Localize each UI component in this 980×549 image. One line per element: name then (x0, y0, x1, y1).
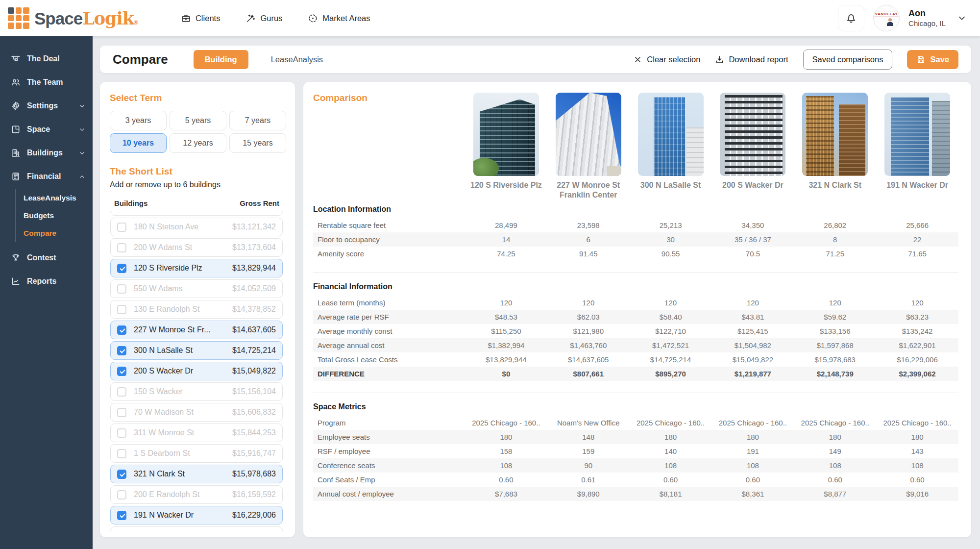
row-value: $62.03 (547, 313, 630, 321)
checkbox[interactable] (117, 387, 126, 397)
chevron-down-icon (78, 102, 86, 110)
row-label: Average monthly const (313, 327, 465, 335)
avatar[interactable]: VANDELAY (873, 5, 900, 31)
chevron-down-icon (78, 126, 86, 133)
row-value: $8,181 (630, 490, 712, 498)
row-value: $58.40 (630, 313, 712, 321)
row-value: $1,382,994 (465, 341, 547, 349)
row-value: $9,890 (547, 490, 630, 498)
row-value: 26,802 (794, 221, 876, 229)
checkbox[interactable] (117, 305, 126, 314)
checkbox-checked[interactable] (117, 511, 126, 520)
tab-leaseanalysis[interactable]: LeaseAnalysis (271, 55, 323, 64)
clear-selection-button[interactable]: Clear selection (633, 55, 700, 64)
checkbox-checked[interactable] (117, 346, 126, 355)
list-item[interactable]: 300 S Riverside Plz$16,445,056 (110, 526, 283, 531)
checkbox-checked[interactable] (117, 367, 126, 376)
sidebar-item-reports[interactable]: Reports (0, 270, 93, 293)
list-item[interactable]: 227 W Monroe St Fr...$14,637,605 (110, 321, 283, 339)
row-value: 0.60 (876, 475, 958, 484)
checkbox[interactable] (117, 531, 126, 532)
term-button-12-years[interactable]: 12 years (170, 133, 226, 153)
row-value: 25,213 (630, 221, 712, 229)
sidebar-subitem-compare[interactable]: Compare (16, 225, 93, 242)
checkbox[interactable] (117, 243, 126, 252)
sidebar-item-settings[interactable]: Settings (0, 94, 93, 118)
term-button-7-years[interactable]: 7 years (229, 111, 286, 130)
sidebar-item-space[interactable]: Space (0, 118, 93, 141)
row-value: 120 (465, 299, 547, 307)
row-value: 191 (711, 447, 794, 455)
shortlist-subtitle: Add or remove up to 6 buildings (110, 180, 286, 189)
sidebar-item-the-deal[interactable]: The Deal (0, 47, 93, 71)
term-button-3-years[interactable]: 3 years (110, 111, 167, 130)
row-value: 70.5 (711, 250, 794, 258)
checkbox-checked[interactable] (117, 470, 126, 479)
checkbox[interactable] (117, 490, 126, 499)
sidebar-subitem-leaseanalysis[interactable]: LeaseAnalysis (16, 189, 93, 207)
buildings-list[interactable]: 180 N Stetson Ave$13,121,342200 W Adams … (110, 211, 286, 531)
sidebar-item-buildings[interactable]: Buildings (0, 141, 93, 165)
bell-icon (845, 12, 858, 25)
list-item[interactable]: 191 N Wacker Dr$16,229,006 (110, 506, 283, 524)
building-photo-name: 227 W Monroe St Franklin Center (552, 180, 625, 200)
sidebar-item-financial[interactable]: Financial (0, 165, 93, 188)
list-item[interactable]: 120 S Riverside Plz$13,829,944 (110, 259, 283, 277)
row-value: $1,622,901 (876, 341, 958, 349)
column-buildings: Buildings (114, 199, 147, 207)
list-item[interactable]: 200 E Randolph St$16,159,592 (110, 485, 283, 504)
checkbox[interactable] (117, 223, 126, 232)
list-item[interactable]: 180 N Stetson Ave$13,121,342 (110, 218, 283, 236)
building-gross-rent: $15,156,104 (232, 387, 276, 396)
list-item[interactable]: 1 S Dearborn St$15,916,747 (110, 444, 283, 463)
nav-item-clients[interactable]: Clients (181, 13, 220, 24)
sidebar-item-contest[interactable]: Contest (0, 246, 93, 270)
building-name: 191 N Wacker Dr (134, 511, 194, 520)
row-value: 158 (465, 447, 547, 455)
building-name: 311 W Monroe St (134, 428, 194, 437)
list-item[interactable]: 200 W Adams St$13,173,604 (110, 238, 283, 257)
list-item[interactable]: 150 S Wacker$15,156,104 (110, 382, 283, 401)
sidebar-subitem-budgets[interactable]: Budgets (16, 207, 93, 225)
user-menu[interactable]: Aon Chicago, IL (908, 8, 946, 28)
tab-building[interactable]: Building (194, 50, 248, 69)
nav-item-market-areas[interactable]: Market Areas (308, 13, 370, 24)
list-item[interactable]: 311 W Monroe St$15,844,253 (110, 424, 283, 442)
term-button-5-years[interactable]: 5 years (170, 111, 226, 130)
saved-comparisons-button[interactable]: Saved comparisons (803, 50, 893, 70)
checkbox[interactable] (117, 284, 126, 294)
term-button-15-years[interactable]: 15 years (229, 133, 286, 153)
building-gross-rent: $14,052,509 (232, 284, 276, 293)
checkbox[interactable] (117, 449, 126, 458)
notifications-button[interactable] (838, 5, 864, 31)
row-value: 8 (794, 235, 876, 244)
checkbox[interactable] (117, 428, 126, 438)
sidebar-item-the-team[interactable]: The Team (0, 71, 93, 94)
row-value: 2025 Chicago - 160.. (711, 419, 794, 427)
list-item[interactable]: 321 N Clark St$15,978,683 (110, 465, 283, 483)
nav-item-gurus[interactable]: Gurus (245, 13, 282, 24)
checkbox-checked[interactable] (117, 264, 126, 273)
row-value: 0.60 (630, 475, 712, 484)
checkbox-checked[interactable] (117, 325, 126, 335)
checkbox[interactable] (117, 408, 126, 417)
comparison-row: Average annual cost$1,382,994$1,463,760$… (313, 338, 958, 352)
save-button[interactable]: Save (907, 50, 958, 69)
list-item[interactable]: 200 S Wacker Dr$15,049,822 (110, 362, 283, 380)
chevron-down-icon[interactable] (956, 13, 967, 24)
list-item[interactable]: 550 W Adams$14,052,509 (110, 279, 283, 298)
list-item[interactable]: 130 E Randolph St$14,378,852 (110, 300, 283, 319)
user-name: Aon (908, 8, 946, 19)
download-report-button[interactable]: Download report (715, 55, 788, 64)
row-value: $48.53 (465, 313, 547, 321)
target-icon (308, 13, 318, 24)
list-item[interactable]: 300 N LaSalle St$14,725,214 (110, 341, 283, 360)
row-value: 91.45 (547, 250, 630, 258)
spacelogik-logo[interactable]: SpaceLogik® (0, 7, 138, 29)
row-value: $807,661 (547, 370, 630, 378)
term-button-10-years[interactable]: 10 years (110, 133, 167, 153)
avatar-person-图 (886, 18, 894, 26)
row-value: 180 (794, 433, 876, 441)
row-value: 30 (630, 235, 712, 244)
list-item[interactable]: 70 W Madison St$15,606,832 (110, 403, 283, 422)
